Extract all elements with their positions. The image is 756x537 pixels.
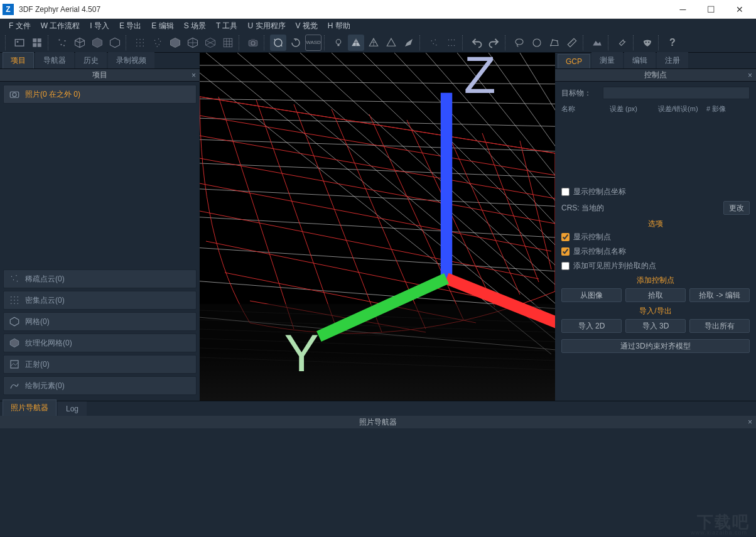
gcp-panel-title: 控制点 <box>644 70 667 80</box>
tab-measure[interactable]: 测量 <box>591 52 623 68</box>
tool-mask-icon[interactable] <box>639 35 656 51</box>
menu-help[interactable]: H 帮助 <box>324 19 354 33</box>
close-button[interactable]: ✕ <box>725 1 753 18</box>
tool-cube1-icon[interactable] <box>72 35 88 51</box>
show-coords-checkbox[interactable] <box>561 188 570 196</box>
pick-edit-button[interactable]: 拾取 -> 编辑 <box>689 288 750 302</box>
tool-redo-icon[interactable] <box>486 35 502 51</box>
tool-mesh2-icon[interactable] <box>185 35 201 51</box>
tab-gcp[interactable]: GCP <box>558 54 590 68</box>
menu-tools[interactable]: T 工具 <box>212 19 241 33</box>
photo-nav-title: 照片导航器 <box>359 417 397 428</box>
svg-point-39 <box>448 45 450 46</box>
svg-point-52 <box>16 275 17 276</box>
export-all-button[interactable]: 导出所有 <box>689 319 750 333</box>
tool-ruler-icon[interactable] <box>564 35 580 51</box>
tree-dense[interactable]: 密集点云(0) <box>3 291 197 310</box>
svg-point-14 <box>139 42 141 43</box>
add-cp-title: 添加控制点 <box>561 275 750 286</box>
gcp-list[interactable] <box>561 117 750 187</box>
menu-workflow[interactable]: W 工作流程 <box>37 19 84 33</box>
tool-mesh1-icon[interactable] <box>167 35 183 51</box>
maximize-button[interactable]: ☐ <box>697 1 725 18</box>
toolbar: WASD ? <box>0 33 756 53</box>
tab-history[interactable]: 历史 <box>75 52 107 68</box>
tool-dense1-icon[interactable] <box>132 35 148 51</box>
tree-draw[interactable]: 绘制元素(0) <box>3 376 197 395</box>
menu-export[interactable]: E 导出 <box>116 19 145 33</box>
import-2d-button[interactable]: 导入 2D <box>561 319 622 333</box>
tool-mesh4-icon[interactable] <box>220 35 236 51</box>
viewport-3d[interactable]: Z X Y <box>200 53 555 401</box>
tool-shading1-icon[interactable] <box>348 35 364 51</box>
from-image-button[interactable]: 从图像 <box>561 288 622 302</box>
tool-points-a-icon[interactable] <box>426 35 442 51</box>
bottom-panel: 照片导航器 × <box>0 416 756 536</box>
tab-navigator[interactable]: 导航器 <box>35 52 74 68</box>
tool-lasso-icon[interactable] <box>511 35 527 51</box>
tool-circle-icon[interactable] <box>529 35 545 51</box>
tool-gallery-icon[interactable] <box>29 35 45 51</box>
tool-cube2-icon[interactable] <box>89 35 105 51</box>
tool-image-icon[interactable] <box>11 35 28 51</box>
tool-orbit-icon[interactable] <box>270 35 286 51</box>
tool-help-icon[interactable]: ? <box>664 35 681 51</box>
menu-visual[interactable]: V 视觉 <box>292 19 321 33</box>
tree-mesh[interactable]: 网格(0) <box>3 312 197 331</box>
tool-light-icon[interactable] <box>330 35 347 51</box>
tool-wrench-icon[interactable] <box>614 35 630 51</box>
svg-point-46 <box>556 40 558 41</box>
project-panel-close-icon[interactable]: × <box>192 71 196 80</box>
svg-point-30 <box>336 39 341 44</box>
tool-rotate-icon[interactable] <box>288 35 304 51</box>
tab-record[interactable]: 录制视频 <box>108 52 154 68</box>
tool-cube3-icon[interactable] <box>107 35 123 51</box>
tree-texmesh[interactable]: 纹理化网格(0) <box>3 334 197 352</box>
tool-sparse-icon[interactable] <box>54 35 70 51</box>
tree-ortho[interactable]: 正射(0) <box>3 355 197 374</box>
show-cp-name-checkbox[interactable] <box>561 247 570 256</box>
svg-point-60 <box>18 300 19 301</box>
tool-brush-icon[interactable] <box>401 35 417 51</box>
tab-project[interactable]: 项目 <box>3 52 34 68</box>
tool-shading2-icon[interactable] <box>365 35 382 51</box>
show-cp-checkbox[interactable] <box>561 233 570 241</box>
tool-shading3-icon[interactable] <box>383 35 399 51</box>
tab-edit[interactable]: 编辑 <box>624 52 656 68</box>
tab-register[interactable]: 注册 <box>657 52 688 68</box>
draw-icon <box>9 380 20 391</box>
menu-edit[interactable]: E 编辑 <box>148 19 177 33</box>
tool-dense2-icon[interactable] <box>149 35 166 51</box>
svg-rect-25 <box>224 38 232 47</box>
tree-sparse[interactable]: 稀疏点云(0) <box>3 269 197 288</box>
tool-mesh3-icon[interactable] <box>202 35 219 51</box>
svg-rect-4 <box>33 43 36 46</box>
add-visible-checkbox[interactable] <box>561 262 570 270</box>
svg-point-20 <box>158 38 159 40</box>
gcp-panel-close-icon[interactable]: × <box>748 71 752 80</box>
tool-points-b-icon[interactable] <box>443 35 460 51</box>
pick-button[interactable]: 拾取 <box>625 288 686 302</box>
tool-terrain-icon[interactable] <box>589 35 605 51</box>
menu-import[interactable]: I 导入 <box>86 19 113 33</box>
options-title: 选项 <box>561 219 750 229</box>
tab-photo-nav[interactable]: 照片导航器 <box>3 399 57 416</box>
tab-log[interactable]: Log <box>58 401 87 416</box>
tool-wasd-icon[interactable]: WASD <box>305 35 321 51</box>
tool-polygon-icon[interactable] <box>546 35 563 51</box>
tool-camera-icon[interactable] <box>245 35 261 51</box>
import-3d-button[interactable]: 导入 3D <box>625 319 686 333</box>
menu-file[interactable]: F 文件 <box>5 19 35 33</box>
io-title: 导入/导出 <box>561 306 750 317</box>
align-3d-button[interactable]: 通过3D约束对齐模型 <box>561 339 750 353</box>
tree-photos[interactable]: 照片(0 在之外 0) <box>3 85 197 104</box>
target-input[interactable] <box>603 87 750 99</box>
tool-undo-icon[interactable] <box>468 35 485 51</box>
menu-utilities[interactable]: U 实用程序 <box>244 19 289 33</box>
svg-point-61 <box>11 303 12 305</box>
crs-change-button[interactable]: 更改 <box>723 201 750 215</box>
menu-scene[interactable]: S 场景 <box>180 19 210 33</box>
svg-point-6 <box>58 39 60 40</box>
minimize-button[interactable]: ─ <box>669 1 697 18</box>
photo-nav-close-icon[interactable]: × <box>748 418 752 426</box>
